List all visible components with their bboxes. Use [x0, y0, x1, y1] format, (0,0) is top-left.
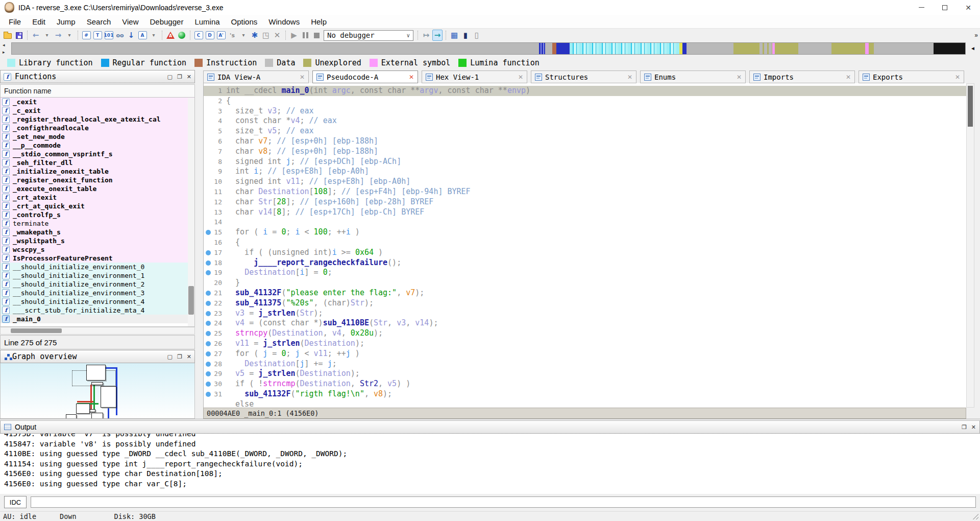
tab-close-icon[interactable]: ✕ — [737, 74, 742, 81]
function-row[interactable]: f_wmakepath_s — [1, 228, 194, 236]
menu-debugger[interactable]: Debugger — [144, 16, 189, 28]
open-exports-view-button[interactable]: ▯ — [472, 30, 482, 41]
output-close-button[interactable]: ✕ — [971, 424, 976, 430]
tab-ida-view-a[interactable]: IDA View-A✕ — [203, 70, 309, 83]
output-messages[interactable]: 41575D: variable 'v7' is possibly undefi… — [0, 434, 980, 494]
function-row[interactable]: f_cexit — [1, 98, 194, 106]
function-row[interactable]: fwcscpy_s — [1, 245, 194, 254]
make-data-button[interactable]: D — [205, 30, 215, 41]
navigate-back-button[interactable]: ← — [31, 30, 41, 41]
functions-close-button[interactable]: ✕ — [187, 74, 191, 80]
tab-imports[interactable]: Imports✕ — [749, 70, 855, 83]
function-row[interactable]: fterminate — [1, 219, 194, 228]
tab-enums[interactable]: Enums✕ — [640, 70, 746, 83]
function-row[interactable]: f__should_initialize_environment_4 — [1, 297, 194, 306]
continue-to-cursor-button[interactable]: → — [432, 30, 443, 41]
tab-close-icon[interactable]: ✕ — [955, 74, 960, 81]
function-row[interactable]: f__stdio_common_vsprintf_s — [1, 150, 194, 158]
make-name-button[interactable]: A' — [216, 30, 226, 41]
function-row[interactable]: f___scrt_stub_for_initialize_mta_4 — [1, 306, 194, 315]
graph-close-button[interactable]: ✕ — [187, 354, 191, 360]
jump-next-button[interactable]: ↓ — [126, 30, 136, 41]
menu-help[interactable]: Help — [305, 16, 332, 28]
back-history-dropdown[interactable]: ▾ — [42, 30, 52, 41]
band-scroll-left-button[interactable]: ◂ — [3, 42, 9, 48]
debugger-select[interactable]: No debugger∨ — [324, 30, 413, 41]
function-row[interactable]: f__should_initialize_environment_3 — [1, 289, 194, 297]
make-string-button[interactable]: 's — [227, 30, 237, 41]
menu-view[interactable]: View — [116, 16, 144, 28]
tab-close-icon[interactable]: ✕ — [518, 74, 523, 81]
function-row[interactable]: f_configthreadlocale — [1, 124, 194, 132]
graph-float-button[interactable]: ❐ — [177, 354, 182, 360]
function-row[interactable]: f__p__commode — [1, 141, 194, 150]
jump-by-name-button[interactable]: T — [92, 30, 103, 41]
function-row[interactable]: f_crt_atexit — [1, 193, 194, 202]
menu-windows[interactable]: Windows — [263, 16, 305, 28]
tab-close-icon[interactable]: ✕ — [846, 74, 851, 81]
menu-options[interactable]: Options — [226, 16, 263, 28]
function-row[interactable]: f_initialize_onexit_table — [1, 167, 194, 176]
forward-history-dropdown[interactable]: ▾ — [64, 30, 75, 41]
save-file-button[interactable] — [14, 30, 24, 41]
tab-pseudocode-a[interactable]: Pseudocode-A✕ — [312, 70, 418, 83]
functions-dock-button[interactable]: ▢ — [167, 74, 173, 80]
function-row[interactable]: f_register_onexit_function — [1, 176, 194, 184]
strings-dropdown[interactable]: ▾ — [149, 30, 159, 41]
menu-edit[interactable]: Edit — [27, 16, 51, 28]
menu-search[interactable]: Search — [81, 16, 117, 28]
graph-overview-minimap[interactable] — [0, 363, 195, 419]
toolbar-overflow-chevron[interactable]: » — [974, 32, 978, 39]
function-row[interactable]: fIsProcessorFeaturePresent — [1, 254, 194, 263]
attach-process-button[interactable]: ↦ — [421, 30, 431, 41]
function-row[interactable]: f_crt_at_quick_exit — [1, 202, 194, 210]
function-row[interactable]: f_c_exit — [1, 106, 194, 115]
output-float-button[interactable]: ❐ — [962, 424, 967, 430]
search-button[interactable]: oo — [115, 30, 125, 41]
jump-to-segment-button[interactable]: 101 — [104, 30, 114, 41]
tab-structures[interactable]: Structures✕ — [531, 70, 636, 83]
function-row[interactable]: f__should_initialize_environment_0 — [1, 263, 194, 271]
pseudocode-scrollbar[interactable] — [966, 83, 974, 408]
pseudocode-view[interactable]: 1int __cdecl main_0(int argc, const char… — [203, 83, 966, 408]
command-input[interactable] — [31, 496, 976, 508]
close-button[interactable]: ✕ — [957, 0, 980, 15]
resize-grip[interactable] — [972, 513, 978, 519]
tab-exports[interactable]: Exports✕ — [859, 70, 964, 83]
functions-vertical-scrollbar[interactable] — [188, 98, 194, 326]
function-row[interactable]: f_wsplitpath_s — [1, 236, 194, 245]
tab-close-icon[interactable]: ✕ — [627, 74, 632, 81]
function-row[interactable]: f__should_initialize_environment_2 — [1, 280, 194, 289]
open-hex-view-button[interactable]: ▮ — [460, 30, 471, 41]
edit-function-button[interactable]: ✱ — [250, 30, 260, 41]
function-row[interactable]: f__should_initialize_environment_1 — [1, 271, 194, 280]
make-dropdown[interactable]: ▾ — [238, 30, 249, 41]
debugger-run-button[interactable]: ▶ — [289, 30, 299, 41]
function-row[interactable]: f_set_new_mode — [1, 132, 194, 141]
make-code-button[interactable]: C — [193, 30, 204, 41]
lumina-button[interactable] — [177, 30, 187, 41]
tab-hex-view-1[interactable]: Hex View-1✕ — [422, 70, 527, 83]
problems-list-button[interactable] — [165, 30, 176, 41]
undefine-button[interactable]: ✕ — [272, 30, 282, 41]
open-window-button[interactable]: ◳ — [261, 30, 271, 41]
open-file-button[interactable] — [3, 30, 13, 41]
maximize-button[interactable] — [933, 0, 957, 15]
band-scroll-right-button[interactable]: ▸ — [3, 50, 9, 55]
function-row[interactable]: f_register_thread_local_exe_atexit_cal — [1, 115, 194, 124]
navigate-forward-button[interactable]: → — [53, 30, 63, 41]
graph-dock-button[interactable]: ▢ — [167, 354, 173, 360]
function-row[interactable]: f_controlfp_s — [1, 210, 194, 219]
functions-horizontal-scrollbar[interactable] — [0, 327, 195, 335]
tab-close-icon[interactable]: ✕ — [300, 74, 305, 81]
functions-float-button[interactable]: ❐ — [177, 74, 182, 80]
tab-close-icon[interactable]: ✕ — [409, 74, 414, 81]
function-row[interactable]: f_seh_filter_dll — [1, 158, 194, 167]
ascii-strings-button[interactable]: A — [137, 30, 148, 41]
debugger-stop-button[interactable] — [311, 30, 322, 41]
idc-language-button[interactable]: IDC — [4, 496, 27, 508]
menu-jump[interactable]: Jump — [51, 16, 81, 28]
menu-file[interactable]: File — [3, 16, 27, 28]
navigation-band[interactable] — [11, 42, 966, 55]
function-name-column-header[interactable]: Function name — [0, 84, 195, 98]
